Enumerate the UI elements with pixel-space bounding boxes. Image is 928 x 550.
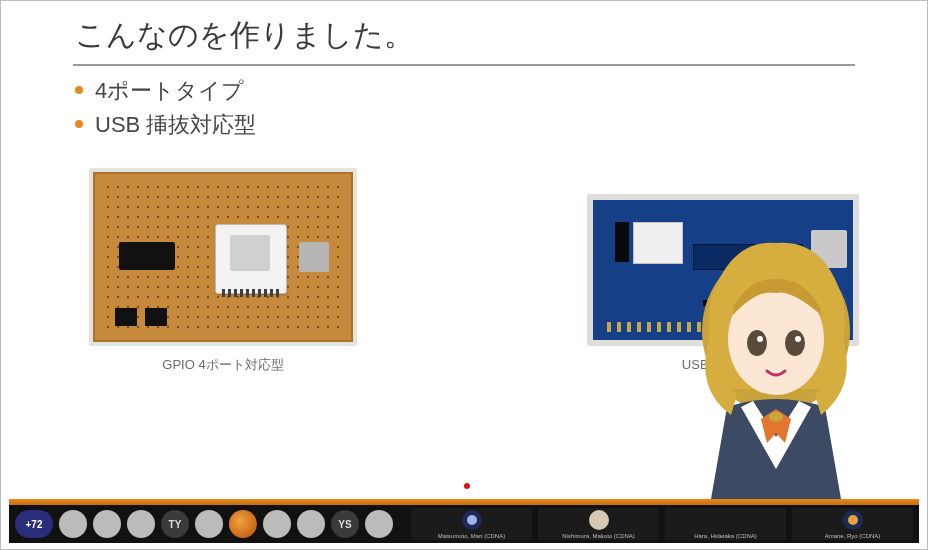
avatar-icon [716, 510, 736, 530]
participant-tile[interactable]: Amane, Ryo (CDNA) [792, 508, 913, 540]
participant-avatar[interactable] [365, 510, 393, 538]
participant-tile[interactable]: Nishimura, Makoto (CDNA) [538, 508, 659, 540]
gear-icon [462, 510, 482, 530]
bullet-item: 4ポートタイプ [95, 76, 919, 106]
slide-title: こんなのを作りました。 [9, 9, 919, 58]
participant-avatar[interactable] [297, 510, 325, 538]
avatar-icon [843, 510, 863, 530]
usb-board-photo [587, 194, 859, 346]
participant-name: Hara, Hidetaka (CDNA) [694, 533, 757, 540]
participant-avatar[interactable] [263, 510, 291, 538]
pin-row [607, 322, 839, 332]
smd-component [703, 300, 713, 306]
participant-tile[interactable]: Matsumoto, Mari (CDNA) [411, 508, 532, 540]
participants-bar: +72 TY YS Matsumoto, Mari (CDNA) Nishimu… [9, 505, 919, 543]
svg-point-7 [467, 515, 477, 525]
usb-connector [811, 230, 847, 268]
bullet-list: 4ポートタイプ USB 挿抜対応型 [9, 76, 919, 140]
figure-row: GPIO 4ポート対応型 USB 挿抜対応 [9, 144, 919, 374]
pin-header [615, 222, 629, 262]
figure-gpio: GPIO 4ポート対応型 [89, 168, 357, 374]
smd-component [721, 300, 731, 306]
microcontroller-module [215, 224, 287, 294]
participant-avatar[interactable]: TY [161, 510, 189, 538]
participant-avatar[interactable] [127, 510, 155, 538]
participant-avatar[interactable] [195, 510, 223, 538]
overflow-count-pill[interactable]: +72 [15, 510, 53, 538]
pin-header [115, 308, 137, 326]
ic-chip [119, 242, 175, 270]
pin-header [145, 308, 167, 326]
smd-component [739, 300, 749, 306]
warning-label-icon [723, 270, 743, 287]
participant-name: Nishimura, Makoto (CDNA) [562, 533, 635, 540]
participant-avatar[interactable] [229, 510, 257, 538]
participant-name: Amane, Ryo (CDNA) [825, 533, 881, 540]
participant-tile[interactable]: Hara, Hidetaka (CDNA) [665, 508, 786, 540]
presentation-slide: こんなのを作りました。 4ポートタイプ USB 挿抜対応型 GPIO 4ポート対… [9, 9, 919, 501]
app-frame: こんなのを作りました。 4ポートタイプ USB 挿抜対応型 GPIO 4ポート対… [0, 0, 928, 550]
participant-avatar[interactable] [59, 510, 87, 538]
gpio-board-photo [89, 168, 357, 346]
figure-caption: GPIO 4ポート対応型 [162, 356, 283, 374]
participant-avatar[interactable]: YS [331, 510, 359, 538]
bullet-item: USB 挿抜対応型 [95, 110, 919, 140]
figure-usb: USB 挿抜対応 [587, 194, 859, 374]
recording-indicator-icon [464, 483, 470, 489]
avatar-icon [589, 510, 609, 530]
title-rule [73, 64, 855, 66]
svg-point-8 [848, 515, 858, 525]
relay-component [633, 222, 683, 264]
participant-avatar[interactable] [93, 510, 121, 538]
figure-caption: USB 挿抜対応 [682, 356, 764, 374]
ic-row [693, 244, 803, 270]
usb-connector [299, 242, 329, 272]
participant-name: Matsumoto, Mari (CDNA) [438, 533, 505, 540]
